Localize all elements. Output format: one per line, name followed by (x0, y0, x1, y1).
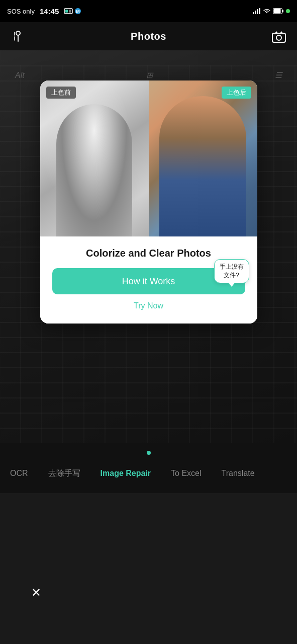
key-windows: ⊞ (146, 70, 153, 80)
keyboard-hints: Alt ⊞ ☰ (0, 70, 297, 80)
how-it-works-button[interactable]: How it Works 手上没有文件? (52, 268, 245, 294)
label-after: 上色后 (222, 87, 251, 99)
key-alt: Alt (15, 71, 25, 80)
svg-rect-8 (259, 8, 260, 14)
svg-point-12 (16, 31, 20, 35)
label-before: 上色前 (46, 87, 76, 99)
fork-icon[interactable] (9, 27, 27, 45)
signal-icon (253, 8, 261, 14)
svg-rect-5 (253, 12, 254, 14)
svg-rect-11 (274, 9, 281, 14)
svg-rect-2 (69, 10, 71, 13)
photo-after: 上色后 (149, 80, 257, 236)
expand-dark-area (0, 493, 297, 644)
battery-icon (273, 8, 284, 14)
tab-indicator-dot (147, 451, 151, 455)
speech-bubble: 手上没有文件? (214, 259, 249, 283)
card-title: Colorize and Clear Photos (52, 248, 245, 259)
card-content: Colorize and Clear Photos How it Works 手… (40, 236, 257, 324)
notif-icons: M (64, 8, 81, 15)
app-icon-2: M (74, 8, 81, 15)
svg-point-17 (276, 35, 281, 40)
speech-bubble-text: 手上没有文件? (220, 263, 244, 279)
camera-background: Alt ⊞ ☰ 上色前 上色后 Colorize and Clear Photo… (0, 50, 297, 443)
status-bar: SOS only 14:45 M (0, 0, 297, 22)
tab-to-excel[interactable]: To Excel (161, 469, 211, 478)
sos-label: SOS only (7, 8, 35, 15)
try-now-link[interactable]: Try Now (52, 301, 245, 310)
status-left: SOS only 14:45 M (7, 7, 81, 16)
tab-bar: OCR 去除手写 Image Repair To Excel Translate (0, 461, 297, 486)
svg-rect-10 (282, 10, 284, 13)
tab-ocr[interactable]: OCR (0, 469, 38, 478)
photo-before: 上色前 (40, 80, 149, 236)
page-title: Photos (131, 31, 166, 42)
tab-translate[interactable]: Translate (212, 469, 265, 478)
close-button[interactable]: ✕ (25, 582, 47, 604)
svg-rect-16 (272, 33, 285, 42)
tab-image-repair[interactable]: Image Repair (90, 469, 161, 478)
svg-rect-6 (255, 11, 256, 14)
tab-remove-handwriting[interactable]: 去除手写 (38, 468, 90, 479)
status-time: 14:45 (40, 7, 59, 16)
photo-compare: 上色前 上色后 (40, 80, 257, 236)
app-icon-1 (64, 8, 73, 14)
key-menu: ☰ (275, 70, 282, 80)
how-it-works-label: How it Works (122, 276, 175, 287)
svg-rect-7 (257, 9, 258, 14)
modal-card: 上色前 上色后 Colorize and Clear Photos How it… (40, 80, 257, 324)
svg-rect-1 (65, 10, 68, 13)
nav-bar: Photos (0, 22, 297, 50)
wifi-icon (263, 8, 271, 14)
bottom-area: OCR 去除手写 Image Repair To Excel Translate… (0, 443, 297, 644)
status-right (253, 8, 290, 14)
svg-text:M: M (76, 9, 80, 14)
battery-dot (286, 9, 290, 13)
camera-flip-icon[interactable] (270, 27, 288, 45)
